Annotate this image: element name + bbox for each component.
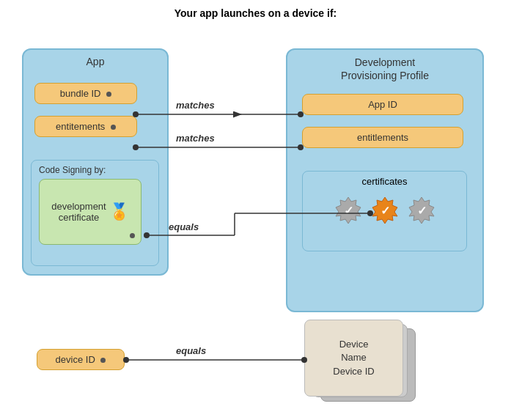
device-front-line1: Device <box>339 338 369 351</box>
app-box-title: App <box>23 50 167 70</box>
dev-cert-dot <box>130 233 135 238</box>
cert-gray2-icon: ✓ <box>407 196 436 225</box>
bundle-id-box: bundle ID <box>34 83 137 104</box>
app-id-box: App ID <box>302 94 463 115</box>
equals1-label: equals <box>169 221 199 232</box>
profile-box-title: DevelopmentProvisioning Profile <box>287 50 482 85</box>
cert-orange-icon: ✓ <box>370 196 400 225</box>
device-id-box: device ID <box>37 349 125 370</box>
equals2-label: equals <box>176 345 206 356</box>
profile-entitlements-box: entitlements <box>302 127 463 148</box>
app-box: App bundle ID entitements Code Signing b… <box>22 48 169 276</box>
certs-area: certificates ✓ ✓ <box>302 171 467 251</box>
svg-text:✓: ✓ <box>343 205 353 217</box>
bundle-id-dot <box>106 92 111 97</box>
code-signing-title: Code Signing by: <box>32 161 158 177</box>
cert-gray-icon: ✓ <box>334 196 363 225</box>
entitlements-box: entitements <box>34 116 137 137</box>
entitlements-dot <box>111 125 116 130</box>
code-signing-area: Code Signing by: developmentcertificate … <box>31 160 159 266</box>
cert-icons: ✓ ✓ ✓ <box>303 190 466 225</box>
device-front-line3: Device ID <box>333 365 374 378</box>
device-id-dot <box>100 358 106 363</box>
device-front: Device Name Device ID <box>304 320 403 397</box>
page-title: Your app launches on a device if: <box>0 0 511 19</box>
dev-cert-text: developmentcertificate <box>51 201 106 223</box>
certs-title: certificates <box>303 172 466 190</box>
svg-text:✓: ✓ <box>416 205 426 217</box>
profile-box: DevelopmentProvisioning Profile App ID e… <box>286 48 484 312</box>
diagram-container: App bundle ID entitements Code Signing b… <box>0 26 511 420</box>
svg-text:✓: ✓ <box>380 205 389 217</box>
matches1-label: matches <box>176 100 215 111</box>
matches2-label: matches <box>176 133 215 144</box>
dev-cert-box: developmentcertificate 🏅 <box>39 179 141 245</box>
device-front-line2: Name <box>341 351 367 364</box>
checkmark-icon: 🏅 <box>109 202 129 221</box>
